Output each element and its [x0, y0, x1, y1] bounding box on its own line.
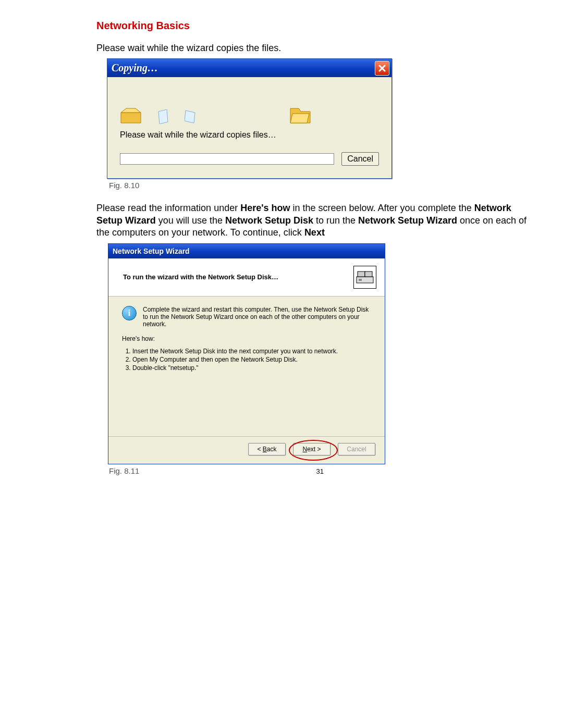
svg-rect-1 [358, 272, 365, 277]
figure-caption-2: Fig. 8.11 [109, 466, 139, 475]
cancel-button: Cancel [338, 443, 375, 455]
flying-paper-icon [185, 109, 196, 124]
progress-bar [120, 153, 334, 165]
close-icon[interactable] [375, 61, 389, 76]
wizard-header-text: To run the wizard with the Network Setup… [123, 273, 278, 281]
network-disk-icon [353, 266, 376, 289]
intro-text-2: Please read the information under Here's… [96, 202, 532, 239]
wizard-title: Network Setup Wizard [113, 247, 190, 255]
folder-open-icon [120, 106, 142, 124]
section-heading: Networking Basics [96, 20, 532, 32]
wizard-step: Double-click "netsetup." [132, 364, 371, 372]
folder-icon [289, 106, 311, 124]
wizard-footer: < Back Next > Cancel [108, 436, 385, 464]
wizard-dialog: Network Setup Wizard To run the wizard w… [108, 243, 385, 464]
copy-animation [120, 88, 379, 124]
info-icon: i [122, 306, 137, 320]
wizard-step: Insert the Network Setup Disk into the n… [132, 348, 371, 355]
wizard-step: Open My Computer and then open the Netwo… [132, 356, 371, 363]
intro-text-1: Please wait while the wizard copies the … [96, 42, 532, 54]
next-button[interactable]: Next > [293, 443, 331, 455]
flying-paper-icon [157, 109, 169, 124]
wizard-info-text: Complete the wizard and restart this com… [143, 306, 371, 328]
wizard-steps: Insert the Network Setup Disk into the n… [122, 348, 371, 372]
copying-title: Copying… [112, 62, 158, 74]
copying-body-text: Please wait while the wizard copies file… [120, 130, 379, 140]
copying-titlebar: Copying… [107, 59, 391, 77]
cancel-button[interactable]: Cancel [341, 152, 379, 166]
copying-dialog: Copying… [107, 58, 392, 179]
heres-how-label: Here's how: [122, 335, 371, 342]
svg-rect-2 [365, 272, 372, 277]
back-button[interactable]: < Back [248, 443, 286, 455]
page-number: 31 [139, 467, 500, 475]
svg-rect-3 [359, 279, 362, 281]
wizard-titlebar: Network Setup Wizard [108, 244, 385, 258]
figure-caption-1: Fig. 8.10 [109, 181, 532, 190]
wizard-header: To run the wizard with the Network Setup… [108, 258, 385, 297]
